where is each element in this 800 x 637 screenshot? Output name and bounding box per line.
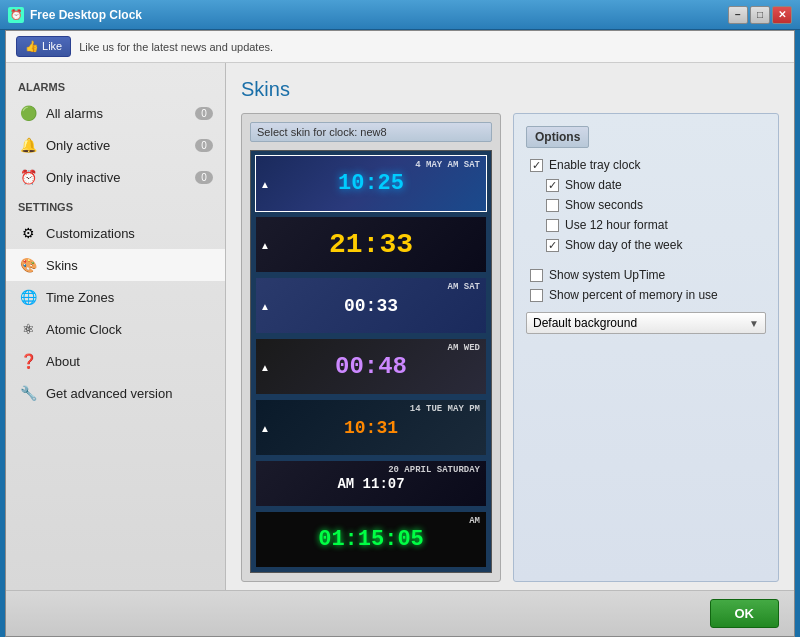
skin-list[interactable]: ▲ 10:25 4 MAY AM SAT ▲ 21:33 (251, 151, 491, 572)
show-memory-label: Show percent of memory in use (549, 288, 718, 302)
get-advanced-label: Get advanced version (46, 386, 213, 401)
skins-icon: 🎨 (18, 255, 38, 275)
skin-preview-1: ▲ 10:25 4 MAY AM SAT (256, 156, 486, 211)
only-inactive-icon: ⏰ (18, 167, 38, 187)
clock-time-6: AM 11:07 (337, 476, 404, 492)
enable-tray-label: Enable tray clock (549, 158, 640, 172)
skin-info-5: 14 TUE MAY PM (410, 404, 480, 414)
skin-item-5[interactable]: ▲ 10:31 14 TUE MAY PM (255, 399, 487, 456)
sidebar-item-all-alarms[interactable]: 🟢 All alarms 0 (6, 97, 225, 129)
show-memory-checkbox[interactable] (530, 289, 543, 302)
sidebar-item-get-advanced[interactable]: 🔧 Get advanced version (6, 377, 225, 409)
settings-section-title: SETTINGS (6, 193, 225, 217)
panel-title: Skins (241, 78, 779, 101)
get-advanced-icon: 🔧 (18, 383, 38, 403)
skin-arrow-4: ▲ (260, 361, 270, 372)
title-bar: ⏰ Free Desktop Clock − □ ✕ (0, 0, 800, 30)
content-area: ALARMS 🟢 All alarms 0 🔔 Only active 0 ⏰ … (6, 63, 794, 590)
options-title: Options (526, 126, 589, 148)
clock-time-7: 01:15:05 (318, 527, 424, 552)
option-row-show-uptime: Show system UpTime (526, 268, 766, 282)
dropdown-selected-label: Default background (533, 316, 637, 330)
sidebar-item-atomic-clock[interactable]: ⚛ Atomic Clock (6, 313, 225, 345)
skin-preview-2: ▲ 21:33 (256, 217, 486, 272)
main-panel: Skins Select skin for clock: new8 ▲ 10:2… (226, 63, 794, 590)
use-12hour-label: Use 12 hour format (565, 218, 668, 232)
only-active-badge: 0 (195, 139, 213, 152)
show-date-label: Show date (565, 178, 622, 192)
only-active-label: Only active (46, 138, 195, 153)
sidebar-item-time-zones[interactable]: 🌐 Time Zones (6, 281, 225, 313)
skin-selector: Select skin for clock: new8 ▲ 10:25 4 MA… (241, 113, 501, 582)
dropdown-row: Default background ▼ (526, 312, 766, 334)
sidebar-item-only-inactive[interactable]: ⏰ Only inactive 0 (6, 161, 225, 193)
about-label: About (46, 354, 213, 369)
clock-time-4: 00:48 (335, 353, 407, 380)
skin-arrow-5: ▲ (260, 422, 270, 433)
option-row-enable-tray: ✓ Enable tray clock (526, 158, 766, 172)
skin-preview-6: AM 11:07 20 APRIL SATURDAY (256, 461, 486, 506)
close-button[interactable]: ✕ (772, 6, 792, 24)
option-row-show-seconds: Show seconds (526, 198, 766, 212)
enable-tray-checkbox[interactable]: ✓ (530, 159, 543, 172)
fb-bar: 👍 Like Like us for the latest news and u… (6, 31, 794, 63)
skin-preview-5: ▲ 10:31 14 TUE MAY PM (256, 400, 486, 455)
show-uptime-checkbox[interactable] (530, 269, 543, 282)
option-row-show-day: ✓ Show day of the week (526, 238, 766, 252)
dropdown-arrow-icon: ▼ (749, 318, 759, 329)
atomic-clock-icon: ⚛ (18, 319, 38, 339)
sidebar-item-about[interactable]: ❓ About (6, 345, 225, 377)
only-active-icon: 🔔 (18, 135, 38, 155)
all-alarms-icon: 🟢 (18, 103, 38, 123)
skin-info-7: AM (469, 516, 480, 526)
only-inactive-badge: 0 (195, 171, 213, 184)
customizations-icon: ⚙ (18, 223, 38, 243)
use-12hour-checkbox[interactable] (546, 219, 559, 232)
show-seconds-checkbox[interactable] (546, 199, 559, 212)
sidebar-item-skins[interactable]: 🎨 Skins (6, 249, 225, 281)
sidebar-item-only-active[interactable]: 🔔 Only active 0 (6, 129, 225, 161)
skin-list-container: ▲ 10:25 4 MAY AM SAT ▲ 21:33 (250, 150, 492, 573)
skin-preview-7: 01:15:05 AM (256, 512, 486, 567)
sidebar: ALARMS 🟢 All alarms 0 🔔 Only active 0 ⏰ … (6, 63, 226, 590)
time-zones-label: Time Zones (46, 290, 213, 305)
atomic-clock-label: Atomic Clock (46, 322, 213, 337)
sidebar-item-customizations[interactable]: ⚙ Customizations (6, 217, 225, 249)
background-dropdown[interactable]: Default background ▼ (526, 312, 766, 334)
skins-content: Select skin for clock: new8 ▲ 10:25 4 MA… (241, 113, 779, 582)
skin-item-2[interactable]: ▲ 21:33 (255, 216, 487, 273)
show-day-label: Show day of the week (565, 238, 682, 252)
ok-button[interactable]: OK (710, 599, 780, 628)
customizations-label: Customizations (46, 226, 213, 241)
show-seconds-label: Show seconds (565, 198, 643, 212)
option-row-12hour: Use 12 hour format (526, 218, 766, 232)
skin-item-1[interactable]: ▲ 10:25 4 MAY AM SAT (255, 155, 487, 212)
all-alarms-label: All alarms (46, 106, 195, 121)
app-icon: ⏰ (8, 7, 24, 23)
skin-item-4[interactable]: ▲ 00:48 AM WED (255, 338, 487, 395)
options-panel: Options ✓ Enable tray clock ✓ Show date … (513, 113, 779, 582)
skin-info-6: 20 APRIL SATURDAY (388, 465, 480, 475)
skin-preview-4: ▲ 00:48 AM WED (256, 339, 486, 394)
skin-item-6[interactable]: AM 11:07 20 APRIL SATURDAY (255, 460, 487, 507)
skin-info-1: 4 MAY AM SAT (415, 160, 480, 170)
skin-item-3[interactable]: ▲ 00:33 AM SAT (255, 277, 487, 334)
skin-preview-3: ▲ 00:33 AM SAT (256, 278, 486, 333)
skin-arrow-3: ▲ (260, 300, 270, 311)
skin-arrow-1: ▲ (260, 178, 270, 189)
skin-info-4: AM WED (448, 343, 480, 353)
show-date-checkbox[interactable]: ✓ (546, 179, 559, 192)
clock-time-1: 10:25 (338, 171, 404, 196)
main-window: 👍 Like Like us for the latest news and u… (5, 30, 795, 637)
all-alarms-badge: 0 (195, 107, 213, 120)
show-day-checkbox[interactable]: ✓ (546, 239, 559, 252)
alarms-section-title: ALARMS (6, 73, 225, 97)
maximize-button[interactable]: □ (750, 6, 770, 24)
time-zones-icon: 🌐 (18, 287, 38, 307)
minimize-button[interactable]: − (728, 6, 748, 24)
clock-time-5: 10:31 (344, 418, 398, 438)
fb-like-button[interactable]: 👍 Like (16, 36, 71, 57)
skin-item-7[interactable]: 01:15:05 AM (255, 511, 487, 568)
skin-arrow-2: ▲ (260, 239, 270, 250)
skin-selector-title: Select skin for clock: new8 (250, 122, 492, 142)
